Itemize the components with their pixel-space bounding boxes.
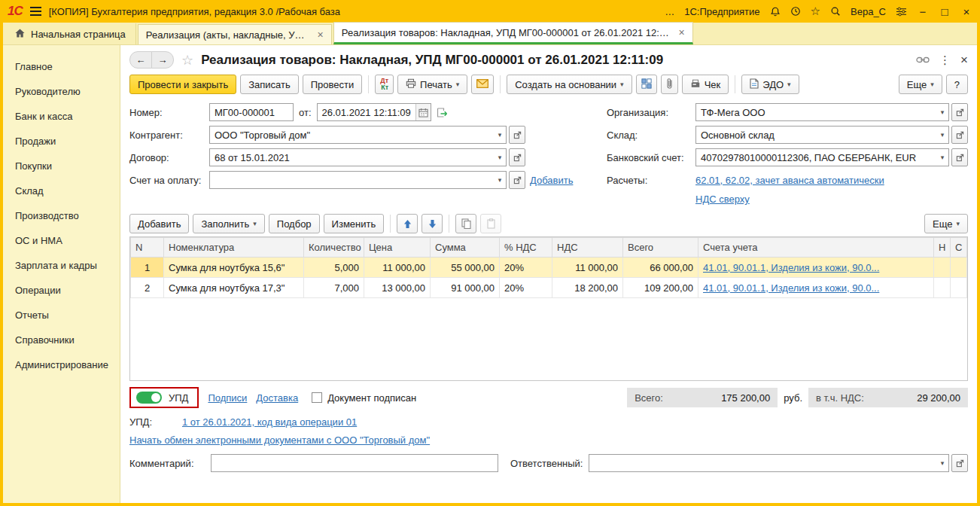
sidebar-item-main[interactable]: Главное <box>3 54 120 79</box>
sidebar-item-manager[interactable]: Руководителю <box>3 79 120 104</box>
pick-button[interactable]: Подбор <box>269 214 320 233</box>
dt-kt-button[interactable]: ДтКт <box>375 75 394 94</box>
close-document-button[interactable]: × <box>960 53 968 68</box>
sidebar-item-salary-hr[interactable]: Зарплата и кадры <box>3 253 120 278</box>
add-row-button[interactable]: Добавить <box>129 214 189 233</box>
contract-combo[interactable]: 68 от 15.01.2021 ▾ <box>209 148 507 166</box>
tab-document[interactable]: Реализация товаров: Накладная, УПД МГ00-… <box>333 22 693 44</box>
organization-combo[interactable]: ТФ-Мега ООО ▾ <box>695 103 949 121</box>
close-icon[interactable]: × <box>318 29 324 41</box>
back-button[interactable]: ← <box>129 51 152 69</box>
calendar-icon[interactable] <box>415 104 431 120</box>
counterparty-open-button[interactable] <box>509 126 525 144</box>
chevron-down-icon[interactable]: ▾ <box>494 131 506 139</box>
sidebar-item-directories[interactable]: Справочники <box>3 328 120 352</box>
edo-button[interactable]: ЭДО ▾ <box>741 75 799 94</box>
signatures-link[interactable]: Подписи <box>208 392 247 404</box>
sidebar-item-warehouse[interactable]: Склад <box>3 178 120 203</box>
more-menu-icon[interactable]: ⋮ <box>939 53 951 67</box>
number-input[interactable] <box>209 103 294 121</box>
favorite-star-icon[interactable]: ☆ <box>181 52 193 69</box>
chevron-down-icon[interactable]: ▾ <box>494 176 506 184</box>
contract-open-button[interactable] <box>509 148 525 166</box>
main-menu-icon[interactable] <box>30 7 41 16</box>
print-button[interactable]: Печать ▾ <box>397 75 467 94</box>
attachments-button[interactable] <box>661 75 678 94</box>
service-settings-icon[interactable] <box>896 7 907 17</box>
responsible-combo[interactable]: ▾ <box>589 454 949 472</box>
vat-mode-link[interactable]: НДС сверху <box>695 194 750 205</box>
sidebar-item-sales[interactable]: Продажи <box>3 129 120 154</box>
sidebar-item-administration[interactable]: Администрирование <box>3 352 120 377</box>
organization-open-button[interactable] <box>951 103 968 121</box>
cell-vat[interactable]: 11 000,00 <box>552 258 623 278</box>
copy-rows-button[interactable] <box>455 214 476 233</box>
document-signed-checkbox[interactable] <box>312 392 322 403</box>
current-user[interactable]: Вера_С <box>851 6 886 17</box>
cell-item[interactable]: Сумка для ноутбука 17,3" <box>164 278 304 298</box>
cell-vat[interactable]: 18 200,00 <box>552 278 623 298</box>
window-minimize-button[interactable]: − <box>917 5 929 18</box>
counterparty-combo[interactable]: ООО "Торговый дом" ▾ <box>209 126 507 144</box>
warehouse-combo[interactable]: Основной склад ▾ <box>695 126 949 144</box>
document-structure-button[interactable] <box>636 75 657 94</box>
cell-amount[interactable]: 55 000,00 <box>431 258 500 278</box>
cell-price[interactable]: 11 000,00 <box>364 258 431 278</box>
bank-account-open-button[interactable] <box>951 148 968 166</box>
fill-button[interactable]: Заполнить▾ <box>193 214 264 233</box>
green-arrow-icon[interactable] <box>437 107 449 118</box>
chevron-down-icon[interactable]: ▾ <box>936 131 948 139</box>
tab-realization-list[interactable]: Реализация (акты, накладные, УПД) × <box>138 24 332 44</box>
chevron-down-icon[interactable]: ▾ <box>494 154 506 161</box>
upd-toggle[interactable] <box>136 392 162 404</box>
settlements-link[interactable]: 62.01, 62.02, зачет аванса автоматически <box>695 175 884 186</box>
window-close-button[interactable]: × <box>960 5 972 18</box>
table-row[interactable]: 2 Сумка для ноутбука 17,3" 7,000 13 000,… <box>131 278 967 298</box>
sidebar-item-fixed-assets[interactable]: ОС и НМА <box>3 228 120 253</box>
history-icon[interactable] <box>790 6 801 17</box>
date-input[interactable]: 26.01.2021 12:11:09 <box>317 103 431 121</box>
cell-total[interactable]: 109 200,00 <box>623 278 698 298</box>
edit-button[interactable]: Изменить <box>324 214 385 233</box>
responsible-open-button[interactable] <box>951 454 968 472</box>
chevron-down-icon[interactable]: ▾ <box>936 154 948 161</box>
sidebar-item-production[interactable]: Производство <box>3 203 120 228</box>
more-button[interactable]: Еще▾ <box>899 75 942 94</box>
titlebar-overflow[interactable]: … <box>665 6 674 17</box>
link-icon[interactable] <box>916 54 930 66</box>
chevron-down-icon[interactable]: ▾ <box>936 459 948 467</box>
chevron-down-icon[interactable]: ▾ <box>936 108 948 116</box>
warehouse-open-button[interactable] <box>951 126 968 144</box>
search-icon[interactable] <box>830 6 841 17</box>
accounts-link[interactable]: 41.01, 90.01.1, Изделия из кожи, 90.0... <box>703 282 879 294</box>
cell-price[interactable]: 13 000,00 <box>364 278 431 298</box>
accounts-link[interactable]: 41.01, 90.01.1, Изделия из кожи, 90.0... <box>703 262 879 273</box>
sidebar-item-bank-cash[interactable]: Банк и касса <box>3 104 120 129</box>
table-row[interactable]: 1 Сумка для ноутбука 15,6" 5,000 11 000,… <box>131 258 967 278</box>
add-invoice-link[interactable]: Добавить <box>530 175 602 186</box>
cell-total[interactable]: 66 000,00 <box>623 258 698 278</box>
post-button[interactable]: Провести <box>303 75 363 94</box>
cell-quantity[interactable]: 7,000 <box>304 278 364 298</box>
cell-quantity[interactable]: 5,000 <box>304 258 364 278</box>
create-based-on-button[interactable]: Создать на основании ▾ <box>507 75 632 94</box>
help-button[interactable]: ? <box>946 75 968 94</box>
cell-vat-pct[interactable]: 20% <box>500 278 552 298</box>
cell-amount[interactable]: 91 000,00 <box>431 278 500 298</box>
close-icon[interactable]: × <box>679 26 685 38</box>
forward-button[interactable]: → <box>151 51 174 69</box>
cell-item[interactable]: Сумка для ноутбука 15,6" <box>164 258 304 278</box>
table-more-button[interactable]: Еще▾ <box>924 214 968 233</box>
cell-vat-pct[interactable]: 20% <box>500 258 552 278</box>
receipt-button[interactable]: Чек <box>682 75 729 94</box>
upd-link[interactable]: 1 от 26.01.2021, код вида операции 01 <box>182 416 357 428</box>
email-button[interactable] <box>471 75 494 94</box>
favorites-icon[interactable]: ☆ <box>811 5 820 18</box>
move-up-button[interactable] <box>397 214 418 233</box>
move-down-button[interactable] <box>422 214 443 233</box>
sidebar-item-purchases[interactable]: Покупки <box>3 154 120 178</box>
delivery-link[interactable]: Доставка <box>256 392 298 404</box>
sidebar-item-operations[interactable]: Операции <box>3 278 120 303</box>
post-and-close-button[interactable]: Провести и закрыть <box>129 75 236 94</box>
window-maximize-button[interactable]: □ <box>939 5 951 18</box>
